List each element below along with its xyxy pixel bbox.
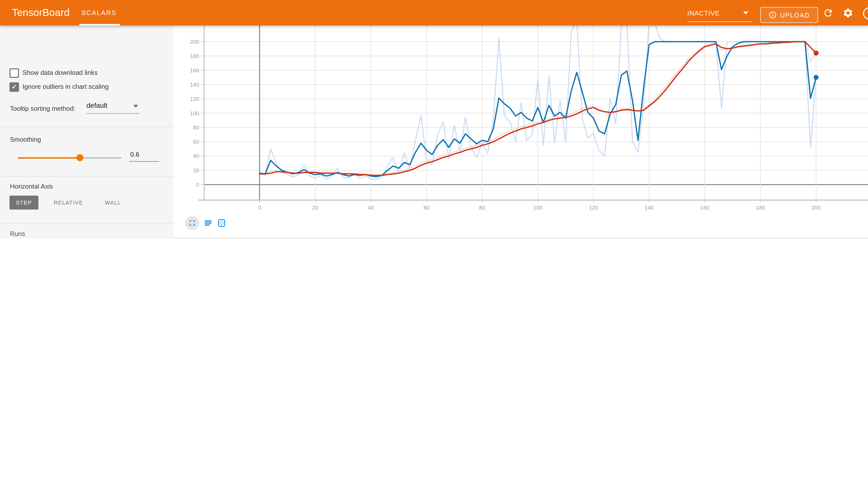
smoothing-value[interactable]: 0.6 — [130, 151, 139, 158]
divider — [173, 237, 868, 238]
divider — [0, 223, 173, 224]
app-header: TensorBoard SCALARS INACTIVE UPLOAD ? — [0, 0, 868, 26]
app-title: TensorBoard — [12, 7, 70, 19]
tooltip-sorting-value: default — [86, 101, 107, 109]
tab-active-underline — [80, 24, 120, 26]
svg-text:80: 80 — [479, 204, 485, 211]
ignore-outliers-label: Ignore outliers in chart scaling — [23, 83, 108, 90]
axis-button-relative[interactable]: RELATIVE — [47, 196, 90, 210]
help-icon[interactable]: ? — [863, 7, 868, 20]
main-content: 0204060801001201401601802000204060801001… — [173, 26, 868, 238]
runs-list-icon[interactable] — [204, 219, 213, 227]
horizontal-axis-buttons: STEP RELATIVE WALL — [9, 196, 127, 210]
tooltip-sorting-label: Tooltip sorting method: — [10, 105, 75, 112]
ignore-outliers-checkbox[interactable]: ✓ — [9, 82, 19, 92]
svg-text:200: 200 — [190, 39, 199, 45]
chart-toolbar — [185, 216, 226, 230]
svg-text:120: 120 — [589, 204, 598, 211]
tab-scalars[interactable]: SCALARS — [81, 9, 117, 17]
svg-text:0: 0 — [258, 204, 261, 211]
fit-domain-icon[interactable] — [217, 219, 226, 227]
status-dropdown[interactable]: INACTIVE — [687, 8, 752, 21]
svg-text:40: 40 — [368, 204, 374, 211]
status-dropdown-value: INACTIVE — [687, 9, 720, 17]
divider — [0, 176, 173, 177]
tooltip-sorting-dropdown[interactable]: default — [86, 101, 139, 114]
svg-text:0: 0 — [196, 182, 199, 188]
svg-text:20: 20 — [193, 167, 199, 173]
rewards-chart[interactable]: 0204060801001201401601802000204060801001… — [173, 26, 868, 237]
gear-icon[interactable] — [842, 7, 854, 19]
svg-text:60: 60 — [193, 139, 199, 145]
chevron-down-icon — [133, 105, 138, 108]
slider-thumb[interactable] — [76, 154, 83, 161]
upload-button[interactable]: UPLOAD — [760, 7, 818, 23]
svg-text:40: 40 — [193, 153, 199, 159]
smoothing-value-underline — [129, 161, 159, 162]
svg-text:200: 200 — [812, 204, 821, 211]
runs-label: Runs — [10, 230, 25, 237]
upload-button-label: UPLOAD — [780, 11, 810, 19]
smoothing-slider[interactable] — [18, 154, 121, 161]
svg-text:80: 80 — [193, 125, 199, 131]
svg-text:100: 100 — [190, 110, 199, 117]
fullscreen-icon — [188, 219, 197, 227]
svg-text:180: 180 — [190, 53, 199, 59]
svg-text:140: 140 — [645, 204, 654, 211]
svg-text:100: 100 — [533, 204, 542, 211]
show-download-links-checkbox[interactable] — [9, 68, 19, 78]
svg-text:160: 160 — [700, 204, 710, 211]
svg-text:180: 180 — [756, 204, 765, 211]
axis-button-wall[interactable]: WALL — [98, 196, 128, 210]
svg-text:140: 140 — [190, 82, 199, 88]
refresh-icon[interactable] — [823, 7, 834, 19]
svg-text:160: 160 — [190, 67, 199, 73]
expand-chart-button[interactable] — [185, 216, 199, 230]
show-download-links-label: Show data download links — [23, 69, 98, 76]
svg-text:20: 20 — [312, 204, 318, 211]
slider-track-filled — [18, 157, 77, 158]
tensorboard-app: TensorBoard SCALARS INACTIVE UPLOAD ? Sh… — [0, 0, 868, 238]
info-icon — [769, 11, 777, 19]
slider-track-empty — [83, 157, 121, 158]
smoothing-label: Smoothing — [10, 136, 41, 143]
horizontal-axis-label: Horizontal Axis — [10, 183, 53, 190]
svg-text:120: 120 — [190, 96, 199, 102]
svg-text:60: 60 — [424, 204, 430, 211]
divider — [0, 127, 173, 127]
chevron-down-icon — [743, 11, 748, 14]
status-dropdown-underline — [687, 22, 752, 22]
settings-sidebar: Show data download links ✓ Ignore outlie… — [0, 26, 173, 238]
axis-button-step[interactable]: STEP — [9, 196, 38, 210]
